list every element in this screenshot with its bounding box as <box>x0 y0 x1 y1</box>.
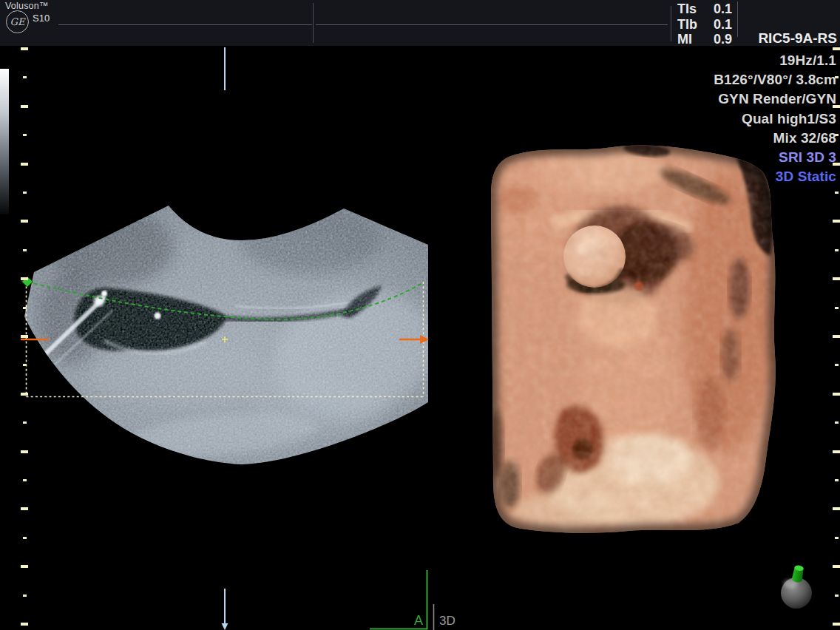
imaging-parameters: 19Hz/1.1 B126°/V80°/ 3.8cm GYN Render/GY… <box>714 51 836 186</box>
orientation-line-top <box>224 47 226 90</box>
ti-bone-row: TIb 0.1 <box>677 17 732 33</box>
patient-id-field[interactable] <box>316 10 668 25</box>
product-name: Voluson™ <box>5 1 49 11</box>
probe-indicator[interactable]: RIC5-9A-RS <box>758 30 837 47</box>
model-badge: S10 <box>33 13 50 24</box>
acquisition-mode: 3D Static <box>714 167 836 186</box>
param-angle-depth: B126°/V80°/ 3.8cm <box>714 70 836 89</box>
render-label: 3D <box>439 614 455 628</box>
param-sri: SRI 3D 3 <box>714 148 836 167</box>
header-divider <box>313 3 314 43</box>
patient-name-field[interactable] <box>58 10 312 25</box>
grayscale-bar <box>0 69 9 214</box>
ge-monogram-icon: GE <box>6 10 29 33</box>
title-bar: Voluson™ GE S10 TIs 0.1 TIb 0.1 MI 0.9 R… <box>0 0 840 46</box>
trackball-indicator <box>781 564 812 609</box>
render-label-bracket: 3D <box>434 604 455 630</box>
b-mode-image[interactable] <box>15 196 450 473</box>
orientation-arrow-bottom <box>222 589 228 630</box>
safety-indices: TIs 0.1 TIb 0.1 MI 0.9 <box>677 1 732 47</box>
header-divider <box>737 1 738 37</box>
mi-row: MI 0.9 <box>677 32 732 47</box>
param-render-mode: GYN Render/GYN <box>714 89 836 109</box>
param-quality: Qual high1/S3 <box>714 109 836 129</box>
param-mix: Mix 32/68 <box>714 129 836 148</box>
plane-label-bracket: A <box>370 570 427 629</box>
ultrasound-display: { "header": { "product": "Voluson™", "lo… <box>0 0 840 630</box>
ti-soft-row: TIs 0.1 <box>677 1 732 17</box>
param-framerate: 19Hz/1.1 <box>714 51 836 70</box>
plane-label: A <box>414 613 423 628</box>
header-divider <box>671 6 671 41</box>
volume-render-image[interactable] <box>481 137 788 540</box>
